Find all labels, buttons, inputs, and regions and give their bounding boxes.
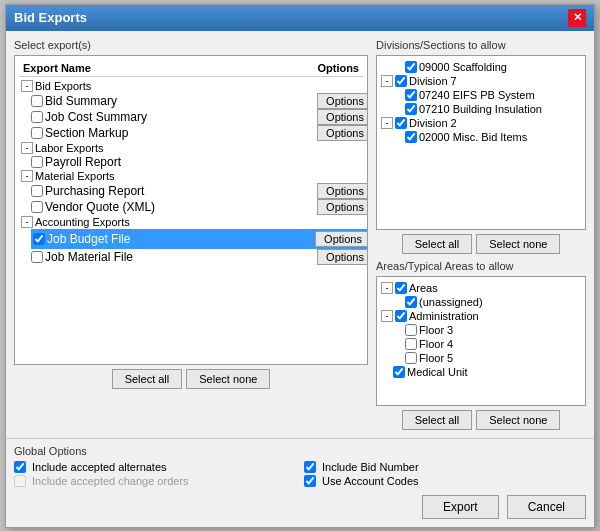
label-building-ins: 07210 Building Insulation [419,103,542,115]
cb-scaffolding[interactable] [405,61,417,73]
cb-floor4[interactable] [405,338,417,350]
header-export-name: Export Name [23,62,91,74]
tree-row-scaffolding: 09000 Scaffolding [381,60,581,74]
label-job-cost: Job Cost Summary [45,110,317,124]
label-account-codes: Use Account Codes [322,475,419,487]
label-floor3: Floor 3 [419,324,453,336]
category-label-labor: Labor Exports [35,142,103,154]
left-select-btns: Select all Select none [14,369,368,389]
cb-floor3[interactable] [405,324,417,336]
areas-select-none[interactable]: Select none [476,410,560,430]
label-job-material: Job Material File [45,250,317,264]
opt-include-alternates: Include accepted alternates [14,461,296,473]
expand-labor-exports[interactable]: - [21,142,33,154]
options-btn-job-budget[interactable]: Options [315,231,368,247]
cb-account-codes[interactable] [304,475,316,487]
label-unassigned: (unassigned) [419,296,483,308]
label-bid-summary: Bid Summary [45,94,317,108]
tree-row-admin: - Administration [381,309,581,323]
options-btn-vendor-quote[interactable]: Options [317,199,368,215]
category-label-bid: Bid Exports [35,80,91,92]
label-misc-bid: 02000 Misc. Bid Items [419,131,527,143]
div-select-all[interactable]: Select all [402,234,473,254]
global-options-label: Global Options [14,445,586,457]
label-job-budget: Job Budget File [47,232,315,246]
cb-section-markup[interactable] [31,127,43,139]
cb-include-bid-number[interactable] [304,461,316,473]
expand-accounting-exports[interactable]: - [21,216,33,228]
cb-unassigned[interactable] [405,296,417,308]
cb-purchasing[interactable] [31,185,43,197]
options-btn-job-cost[interactable]: Options [317,109,368,125]
tree-row-floor4: Floor 4 [381,337,581,351]
cb-include-alternates[interactable] [14,461,26,473]
div-select-none[interactable]: Select none [476,234,560,254]
left-select-all[interactable]: Select all [112,369,183,389]
cb-eifs[interactable] [405,89,417,101]
options-btn-job-material[interactable]: Options [317,249,368,265]
opt-include-bid-number: Include Bid Number [304,461,586,473]
list-row-job-material: Job Material File Options [31,249,368,265]
category-bid-exports: - Bid Exports [19,79,363,93]
tree-row-unassigned: (unassigned) [381,295,581,309]
cb-job-budget[interactable] [33,233,45,245]
cb-misc-bid[interactable] [405,131,417,143]
areas-select-all[interactable]: Select all [402,410,473,430]
main-content: Select export(s) Export Name Options - B… [6,31,594,438]
cb-admin[interactable] [395,310,407,322]
left-select-none[interactable]: Select none [186,369,270,389]
divisions-label: Divisions/Sections to allow [376,39,586,51]
tree-row-floor5: Floor 5 [381,351,581,365]
cb-job-material[interactable] [31,251,43,263]
label-payroll: Payroll Report [45,155,368,169]
list-row-payroll: Payroll Report [31,155,368,169]
global-options-grid: Include accepted alternates Include Bid … [14,461,586,487]
options-btn-bid-summary[interactable]: Options [317,93,368,109]
tree-row-building-ins: 07210 Building Insulation [381,102,581,116]
cb-building-ins[interactable] [405,103,417,115]
label-purchasing: Purchasing Report [45,184,317,198]
cb-medical[interactable] [393,366,405,378]
label-eifs: 07240 EIFS PB System [419,89,535,101]
options-btn-purchasing[interactable]: Options [317,183,368,199]
expand-material-exports[interactable]: - [21,170,33,182]
export-section-label: Select export(s) [14,39,368,51]
cb-bid-summary[interactable] [31,95,43,107]
list-row-job-cost: Job Cost Summary Options [31,109,368,125]
divisions-tree: 09000 Scaffolding - Division 7 07240 EIF… [376,55,586,230]
tree-row-areas: - Areas [381,281,581,295]
cb-div2[interactable] [395,117,407,129]
cb-job-cost[interactable] [31,111,43,123]
label-floor4: Floor 4 [419,338,453,350]
expand-bid-exports[interactable]: - [21,80,33,92]
expand-div2[interactable]: - [381,117,393,129]
label-include-alternates: Include accepted alternates [32,461,167,473]
export-button[interactable]: Export [422,495,499,519]
cb-areas[interactable] [395,282,407,294]
expand-div7[interactable]: - [381,75,393,87]
cb-payroll[interactable] [31,156,43,168]
list-header: Export Name Options [19,60,363,77]
category-labor-exports: - Labor Exports [19,141,363,155]
tree-row-div7: - Division 7 [381,74,581,88]
label-medical: Medical Unit [407,366,468,378]
label-div2: Division 2 [409,117,457,129]
list-row-job-budget[interactable]: Job Budget File Options [31,229,368,249]
options-btn-section-markup[interactable]: Options [317,125,368,141]
list-row-vendor-quote: Vendor Quote (XML) Options [31,199,368,215]
close-button[interactable]: ✕ [568,9,586,27]
bottom-section: Global Options Include accepted alternat… [6,438,594,527]
cb-floor5[interactable] [405,352,417,364]
expand-areas[interactable]: - [381,282,393,294]
label-admin: Administration [409,310,479,322]
bottom-buttons: Export Cancel [14,495,586,519]
tree-row-medical: Medical Unit [381,365,581,379]
div-select-btns: Select all Select none [376,234,586,254]
cb-vendor-quote[interactable] [31,201,43,213]
cb-div7[interactable] [395,75,407,87]
areas-tree: - Areas (unassigned) - Administration [376,276,586,406]
expand-admin[interactable]: - [381,310,393,322]
title-bar: Bid Exports ✕ [6,5,594,31]
cancel-button[interactable]: Cancel [507,495,586,519]
list-row-purchasing: Purchasing Report Options [31,183,368,199]
